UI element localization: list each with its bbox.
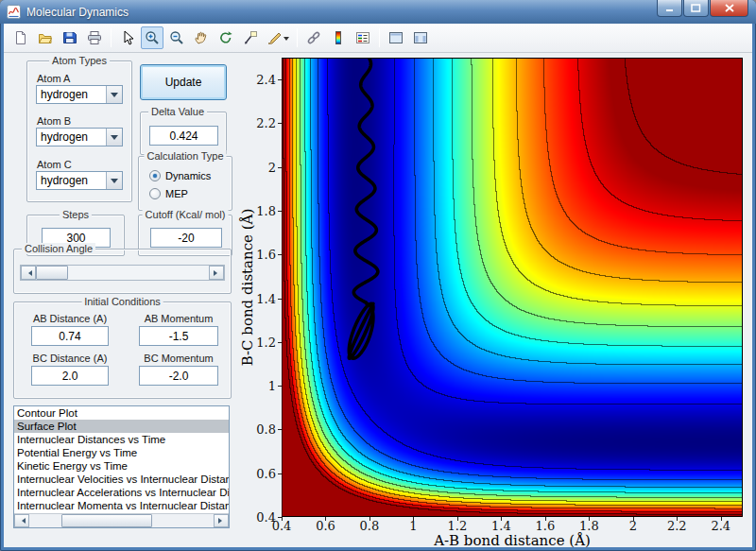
legend-icon	[355, 30, 370, 45]
chain-link-icon	[306, 30, 321, 45]
x-tick-label: 2	[629, 519, 637, 533]
data-cursor-icon	[243, 30, 258, 45]
y-tick-mark	[278, 474, 282, 474]
title-bar[interactable]: Molecular Dynamics	[0, 0, 756, 24]
close-button[interactable]	[710, 0, 748, 17]
y-tick-label: 1.8	[256, 203, 276, 217]
x-tick-label: 1.8	[579, 519, 599, 533]
window-title: Molecular Dynamics	[26, 6, 129, 19]
new-document-icon	[13, 30, 28, 45]
y-tick-mark	[278, 79, 282, 80]
main-content: Atom Types Atom A hydrogen Atom B hydrog…	[4, 54, 752, 547]
zoom-out-button[interactable]	[165, 26, 188, 49]
printer-icon	[87, 30, 102, 45]
x-tick-label: 1.6	[536, 519, 556, 533]
rotate-3d-button[interactable]	[215, 26, 237, 49]
pan-button[interactable]	[190, 26, 213, 49]
y-tick-mark	[278, 167, 282, 168]
app-window: Molecular Dynamics	[0, 0, 756, 551]
zoom-in-icon	[145, 30, 160, 45]
floppy-disk-icon	[62, 30, 77, 45]
brush-button[interactable]	[264, 26, 292, 49]
x-tick-label: 0.8	[360, 519, 380, 533]
link-plot-button[interactable]	[302, 26, 325, 49]
brush-icon	[266, 30, 282, 45]
data-cursor-button[interactable]	[239, 26, 262, 49]
x-tick-label: 1	[409, 519, 417, 533]
x-tick-label: 1.2	[448, 519, 468, 533]
maximize-button[interactable]	[683, 0, 709, 17]
hand-icon	[194, 30, 209, 45]
y-tick-mark	[278, 517, 282, 518]
maximize-icon	[691, 4, 701, 12]
y-tick-mark	[278, 123, 282, 124]
y-tick-label: 0.8	[256, 422, 276, 437]
app-body: Atom Types Atom A hydrogen Atom B hydrog…	[4, 24, 752, 547]
x-axis-label: A-B bond distance (Å)	[434, 532, 591, 549]
y-tick-label: 2.2	[256, 116, 276, 130]
y-tick-label: 1.2	[256, 335, 276, 349]
insert-legend-button[interactable]	[352, 26, 374, 49]
x-tick-label: 0.6	[316, 519, 335, 533]
y-tick-mark	[278, 254, 282, 255]
show-plot-tools-button[interactable]	[409, 26, 432, 49]
rotate-icon	[218, 30, 233, 45]
y-tick-mark	[278, 429, 282, 430]
y-tick-label: 1.6	[256, 248, 276, 262]
colorbar-icon	[331, 30, 346, 45]
y-tick-label: 1	[268, 379, 276, 393]
plot-region: 0.40.60.811.21.41.61.822.22.4 0.40.60.81…	[4, 54, 752, 547]
x-tick-label: 2.4	[711, 519, 730, 533]
zoom-in-button[interactable]	[141, 26, 163, 49]
zoom-out-icon	[169, 30, 184, 45]
chevron-down-icon	[284, 37, 289, 43]
x-tick-labels: 0.40.60.811.21.41.61.822.22.4	[282, 519, 743, 533]
minimize-button[interactable]	[657, 0, 682, 17]
save-figure-button[interactable]	[59, 26, 81, 49]
show-plot-tools-icon	[413, 30, 428, 45]
toolbar-separator	[111, 28, 112, 47]
open-folder-icon	[38, 30, 53, 45]
open-file-button[interactable]	[34, 26, 57, 49]
y-tick-label: 0.4	[256, 510, 276, 525]
y-tick-label: 2	[268, 160, 276, 174]
toolbar-separator	[379, 28, 380, 47]
y-axis-label: B-C bond distance (Å)	[239, 209, 256, 367]
arrow-cursor-icon	[120, 30, 135, 45]
y-tick-label: 1.4	[256, 291, 276, 305]
app-icon	[7, 5, 21, 19]
figure-toolbar	[4, 24, 752, 53]
y-tick-mark	[278, 211, 282, 212]
new-figure-button[interactable]	[9, 26, 32, 49]
edit-plot-button[interactable]	[116, 26, 139, 49]
pes-canvas[interactable]	[282, 58, 743, 517]
y-tick-marks	[278, 58, 282, 517]
y-tick-mark	[278, 342, 282, 343]
y-tick-mark	[278, 386, 282, 387]
insert-colorbar-button[interactable]	[327, 26, 350, 49]
y-tick-label: 0.6	[256, 466, 276, 480]
print-button[interactable]	[83, 26, 106, 49]
minimize-icon	[665, 4, 675, 12]
y-tick-label: 2.4	[256, 73, 276, 87]
hide-plot-tools-button[interactable]	[385, 26, 407, 49]
x-tick-label: 2.2	[667, 519, 687, 533]
hide-plot-tools-icon	[388, 30, 404, 45]
y-tick-mark	[278, 299, 282, 300]
toolbar-separator	[297, 28, 298, 47]
x-tick-label: 1.4	[491, 519, 511, 533]
close-icon	[725, 4, 734, 12]
